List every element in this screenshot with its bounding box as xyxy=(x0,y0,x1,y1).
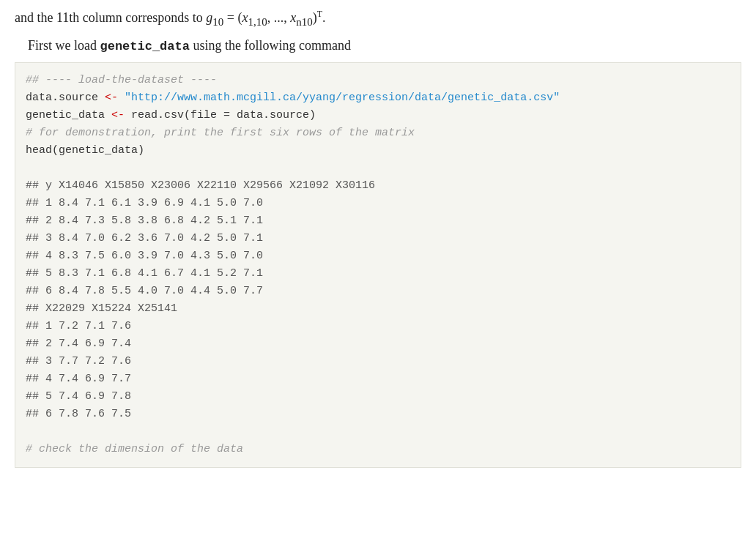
code-output-row-2-6: ## 6 7.8 7.6 7.5 xyxy=(26,406,730,423)
intro-line1: and the 11th column corresponds to g10 =… xyxy=(15,7,741,30)
code-blank-1 xyxy=(26,160,730,177)
code-output-row-1-5: ## 5 8.3 7.1 6.8 4.1 6.7 4.1 5.2 7.1 xyxy=(26,265,730,283)
intro-paragraph: and the 11th column corresponds to g10 =… xyxy=(15,7,741,56)
code-comment-demo: # for demonstration, print the first six… xyxy=(26,124,730,142)
inline-code-genetic-data: genetic_data xyxy=(100,40,190,53)
code-output-header1: ## y X14046 X15850 X23006 X22110 X29566 … xyxy=(26,177,730,195)
code-line-datasource: data.source <- "http://www.math.mcgill.c… xyxy=(26,89,730,107)
intro-line2: First we load genetic_data using the fol… xyxy=(15,36,741,56)
code-output-row-2-3: ## 3 7.7 7.2 7.6 xyxy=(26,353,730,370)
code-output-row-2-1: ## 1 7.2 7.1 7.6 xyxy=(26,318,730,335)
code-output-header2: ## X22029 X15224 X25141 xyxy=(26,300,730,318)
code-output-row-2-2: ## 2 7.4 6.9 7.4 xyxy=(26,335,730,353)
code-comment-load: ## ---- load-the-dataset ---- xyxy=(26,72,730,89)
code-output-row-1-2: ## 2 8.4 7.3 5.8 3.8 6.8 4.2 5.1 7.1 xyxy=(26,212,730,230)
code-output-row-1-6: ## 6 8.4 7.8 5.5 4.0 7.0 4.4 5.0 7.7 xyxy=(26,283,730,300)
code-comment-dimension: # check the dimension of the data xyxy=(26,441,730,458)
code-output-row-2-4: ## 4 7.4 6.9 7.7 xyxy=(26,370,730,388)
code-output-row-1-4: ## 4 8.3 7.5 6.0 3.9 7.0 4.3 5.0 7.0 xyxy=(26,247,730,265)
code-line-head: head(genetic_data) xyxy=(26,142,730,160)
code-output-row-2-5: ## 5 7.4 6.9 7.8 xyxy=(26,388,730,406)
code-block: ## ---- load-the-dataset ---- data.sourc… xyxy=(15,62,741,468)
code-output-row-1-1: ## 1 8.4 7.1 6.1 3.9 6.9 4.1 5.0 7.0 xyxy=(26,195,730,212)
code-blank-2 xyxy=(26,423,730,441)
code-line-readcsv: genetic_data <- read.csv(file = data.sou… xyxy=(26,107,730,124)
code-output-row-1-3: ## 3 8.4 7.0 6.2 3.6 7.0 4.2 5.0 7.1 xyxy=(26,230,730,247)
